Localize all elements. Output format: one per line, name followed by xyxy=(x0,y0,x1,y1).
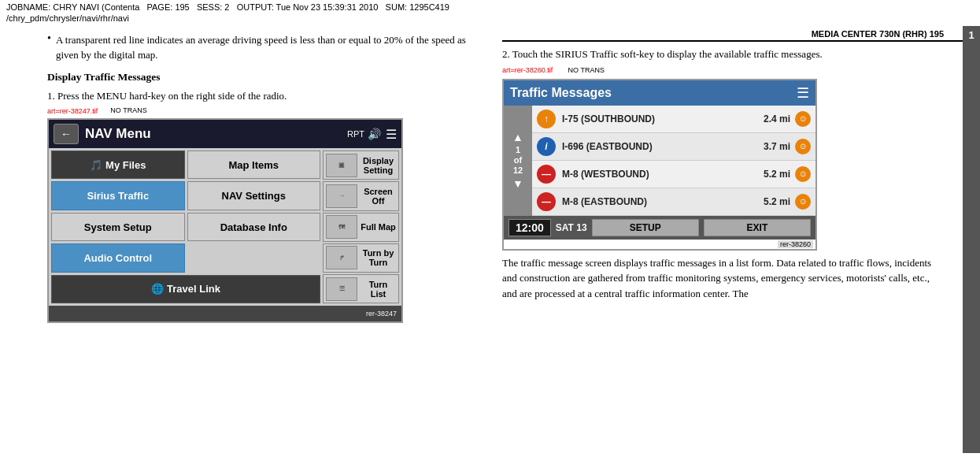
bullet-dot: • xyxy=(47,32,51,63)
travel-link-icon: 🌐 xyxy=(151,283,164,295)
nav-list-icon: ☰ xyxy=(386,127,397,142)
nav-grid: 🎵 My Files Map Items Sirius Traffic NAV … xyxy=(49,148,323,306)
bullet-text-1: A transparent red line indicates an aver… xyxy=(56,32,483,63)
right-content: 1 MEDIA CENTER 730N (RHR) 195 2. Touch t… xyxy=(496,26,980,453)
traffic-menu-icon: ☰ xyxy=(797,84,809,102)
nav-header: ← NAV Menu RPT 🔊 ☰ xyxy=(49,120,401,148)
nav-btn-sirius-traffic[interactable]: Sirius Traffic xyxy=(51,181,185,210)
nav-btn-map-items[interactable]: Map Items xyxy=(187,150,321,179)
turn-list-thumb: ☰ xyxy=(326,277,357,301)
step2-text: 2. Touch the SIRIUS Traffic soft-key to … xyxy=(502,48,823,60)
art-ref-line-nav: art=rer-38247.tif NO TRANS xyxy=(47,106,483,115)
speaker-icon: 🔊 xyxy=(368,128,381,140)
left-content: • A transparent red line indicates an av… xyxy=(0,26,496,453)
page-info: PAGE: 195 xyxy=(147,2,190,12)
up-arrow-icon: ▲ xyxy=(512,131,523,143)
nav-side-btn-screen-off[interactable]: → Screen Off xyxy=(323,181,399,210)
traffic-name-3: M-8 (EASTBOUND) xyxy=(562,196,764,207)
nav-footer-ref: rer-38247 xyxy=(366,310,397,318)
traffic-row-3: — M-8 (EASTBOUND) 5.2 mi ⊙ xyxy=(532,188,815,216)
traffic-nav-icon-2[interactable]: ⊙ xyxy=(795,166,811,182)
nav-body: 🎵 My Files Map Items Sirius Traffic NAV … xyxy=(49,148,401,306)
traffic-nav-icon-0[interactable]: ⊙ xyxy=(795,111,811,127)
nav-btn-travel-link[interactable]: 🌐 Travel Link xyxy=(51,275,320,303)
column-marker: 1 xyxy=(963,26,980,453)
traffic-incident-icon-2: — xyxy=(537,165,556,184)
output-info: OUTPUT: Tue Nov 23 15:39:31 2010 xyxy=(237,2,379,12)
traffic-dist-0: 2.4 mi xyxy=(764,113,790,124)
traffic-body: ▲ 1of12 ▼ ↑ I-75 (SOUTHBOUND) 2.4 mi ⊙ i… xyxy=(504,106,815,216)
my-files-icon: 🎵 xyxy=(90,159,102,171)
down-arrow-icon: ▼ xyxy=(512,177,523,190)
section-heading-display-traffic: Display Traffic Messages xyxy=(47,71,483,84)
nav-menu-screenshot: ← NAV Menu RPT 🔊 ☰ 🎵 My Files Map Items xyxy=(47,118,403,323)
traffic-incident-icon-1: i xyxy=(537,137,556,156)
nav-btn-system-setup[interactable]: System Setup xyxy=(51,213,185,241)
traffic-incident-icon-3: — xyxy=(537,192,556,211)
traffic-row-2: — M-8 (WESTBOUND) 5.2 mi ⊙ xyxy=(532,161,815,188)
display-setting-thumb: ▣ xyxy=(326,154,357,177)
no-trans-nav: NO TRANS xyxy=(110,106,146,114)
nav-side-btn-turn-list[interactable]: ☰ Turn List xyxy=(323,274,399,303)
media-center-header: MEDIA CENTER 730N (RHR) 195 xyxy=(502,29,967,42)
nav-footer: rer-38247 xyxy=(49,306,401,321)
job-info-line1: JOBNAME: CHRY NAVI (Contenta xyxy=(6,2,139,12)
nav-side-btn-full-map[interactable]: 🗺 Full Map xyxy=(323,213,399,242)
nav-btn-audio-control[interactable]: Audio Control xyxy=(51,243,185,272)
traffic-name-2: M-8 (WESTBOUND) xyxy=(562,169,764,180)
nav-btn-database-info[interactable]: Database Info xyxy=(187,213,321,241)
page-layout: • A transparent red line indicates an av… xyxy=(0,26,980,453)
traffic-list: ↑ I-75 (SOUTHBOUND) 2.4 mi ⊙ i I-696 (EA… xyxy=(532,106,815,216)
nav-menu-title: NAV Menu xyxy=(85,126,347,142)
column-number: 1 xyxy=(968,29,974,41)
traffic-screenshot-ref: rer-38260 xyxy=(504,240,815,249)
traffic-header: Traffic Messages ☰ xyxy=(504,80,815,106)
traffic-setup-button[interactable]: SETUP xyxy=(592,219,699,236)
traffic-name-1: I-696 (EASTBOUND) xyxy=(562,141,764,152)
nav-btn-nav-settings[interactable]: NAV Settings xyxy=(187,181,321,210)
traffic-title: Traffic Messages xyxy=(510,86,612,100)
bullet-item-1: • A transparent red line indicates an av… xyxy=(47,32,483,63)
traffic-time: 12:00 xyxy=(508,219,551,236)
traffic-incident-icon-0: ↑ xyxy=(537,110,556,128)
nav-side-btn-display-setting[interactable]: ▣ Display Setting xyxy=(323,150,399,180)
traffic-nav-icon-3[interactable]: ⊙ xyxy=(795,194,811,210)
traffic-counter: ▲ 1of12 ▼ xyxy=(504,106,532,216)
right-body-text: The traffic message screen displays traf… xyxy=(502,255,967,302)
traffic-messages-screenshot: Traffic Messages ☰ ▲ 1of12 ▼ ↑ I-75 (SOU… xyxy=(502,79,817,251)
nav-btn-my-files[interactable]: 🎵 My Files xyxy=(51,150,185,179)
path-info: /chry_pdm/chrysler/navi/rhr/navi xyxy=(6,13,129,23)
step1-text: 1. Press the MENU hard-key on the right … xyxy=(47,88,483,104)
traffic-exit-button[interactable]: EXIT xyxy=(704,219,811,236)
art-ref-traffic-inline: art=rer-38260.tif xyxy=(502,66,553,74)
traffic-name-0: I-75 (SOUTHBOUND) xyxy=(562,113,764,124)
full-map-thumb: 🗺 xyxy=(326,215,357,239)
nav-side-buttons: ▣ Display Setting → Screen Off 🗺 Full Ma… xyxy=(323,148,401,306)
traffic-sat: SAT 13 xyxy=(556,222,587,233)
counter-text: 1of12 xyxy=(513,145,523,176)
traffic-dist-3: 5.2 mi xyxy=(764,196,790,207)
traffic-row-1: i I-696 (EASTBOUND) 3.7 mi ⊙ xyxy=(532,133,815,161)
header-bar: JOBNAME: CHRY NAVI (Contenta PAGE: 195 S… xyxy=(0,0,980,26)
turn-by-turn-thumb: ↱ xyxy=(326,246,357,269)
step2-block: 2. Touch the SIRIUS Traffic soft-key to … xyxy=(502,46,967,77)
traffic-nav-icon-1[interactable]: ⊙ xyxy=(795,139,811,154)
traffic-row-0: ↑ I-75 (SOUTHBOUND) 2.4 mi ⊙ xyxy=(532,106,815,133)
nav-empty-cell xyxy=(187,243,321,272)
screen-off-thumb: → xyxy=(326,184,357,208)
traffic-ref-label: rer-38260 xyxy=(778,240,813,248)
traffic-dist-2: 5.2 mi xyxy=(764,169,790,180)
no-trans-traffic: NO TRANS xyxy=(568,66,605,74)
nav-back-button[interactable]: ← xyxy=(54,124,79,144)
art-ref-nav: art=rer-38247.tif xyxy=(47,107,98,115)
traffic-dist-1: 3.7 mi xyxy=(764,141,790,152)
nav-side-btn-turn-by-turn[interactable]: ↱ Turn by Turn xyxy=(323,243,399,273)
sess-info: SESS: 2 xyxy=(197,2,230,12)
sum-info: SUM: 1295C419 xyxy=(386,2,449,12)
traffic-footer: 12:00 SAT 13 SETUP EXIT xyxy=(504,216,815,240)
nav-rpt-label: RPT xyxy=(347,129,364,139)
